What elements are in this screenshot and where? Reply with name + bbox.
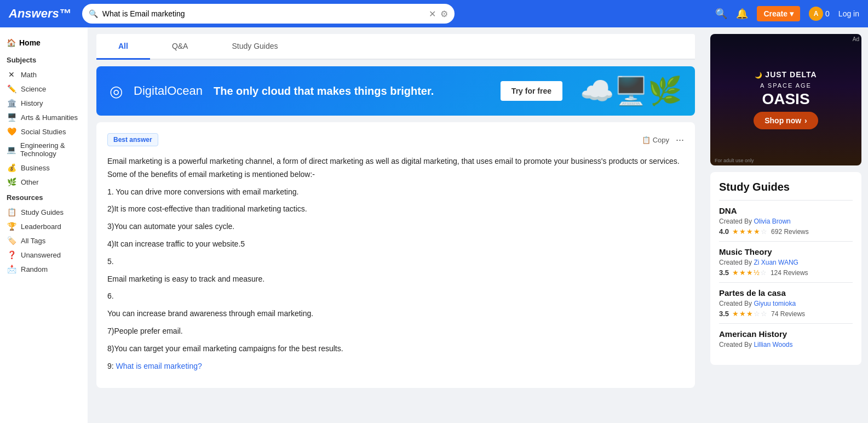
sidebar-item-label: Social Studies <box>21 128 66 136</box>
arrow-right-icon: › <box>804 116 807 125</box>
rating-number: 3.5 <box>719 268 729 277</box>
answer-para-5: 4)It can increase traffic to your websit… <box>107 238 684 251</box>
sidebar-item-unanswered[interactable]: ❓ Unanswered <box>7 248 81 262</box>
leaderboard-icon: 🏆 <box>7 222 16 231</box>
ad-decoration: ☁️🖥️🌿 <box>580 75 682 107</box>
random-icon: 📩 <box>7 265 16 273</box>
sidebar-item-history[interactable]: 🏛️ History <box>7 96 81 110</box>
math-icon: ✕ <box>7 70 16 79</box>
rating-number: 3.5 <box>719 310 729 318</box>
coins-area[interactable]: A 0 <box>809 7 830 21</box>
home-icon: 🏠 <box>7 38 16 47</box>
ad-disclaimer: For adult use only <box>715 158 754 163</box>
subjects-section-title: Subjects <box>7 56 81 64</box>
notification-bell-icon[interactable]: 🔔 <box>736 8 748 20</box>
sidebar-item-social-studies[interactable]: 🧡 Social Studies <box>7 124 81 139</box>
sidebar-home-label: Home <box>19 38 41 47</box>
copy-icon: 📋 <box>642 136 651 144</box>
tab-qa[interactable]: Q&A <box>150 34 210 60</box>
copy-button[interactable]: 📋 Copy <box>642 136 669 144</box>
ad-right-tagline: A SPACE AGE <box>760 82 812 89</box>
more-options-button[interactable]: ··· <box>676 134 684 146</box>
ad-right-headline: OASIS <box>762 91 809 108</box>
layout: 🏠 Home Subjects ✕ Math ✏️ Science 🏛️ His… <box>0 27 868 423</box>
study-guide-american-history: American History Created By Lillian Wood… <box>719 323 853 356</box>
answer-card-header: Best answer 📋 Copy ··· <box>107 133 684 146</box>
study-guide-creator: Created By Olivia Brown <box>719 218 853 225</box>
study-guide-author-link[interactable]: Lillian Woods <box>754 341 792 348</box>
ad-label: Ad <box>853 36 859 42</box>
all-tags-icon: 🏷️ <box>7 236 16 245</box>
answer-para-10: 7)People prefer email. <box>107 325 684 338</box>
sidebar-item-math[interactable]: ✕ Math <box>7 67 81 82</box>
sidebar-item-business[interactable]: 💰 Business <box>7 161 81 175</box>
ad-right-brand: 🌙 JUST DELTA <box>755 70 817 81</box>
ad-shop-button[interactable]: Shop now › <box>754 112 818 129</box>
study-guide-creator: Created By Zi Xuan WANG <box>719 259 853 266</box>
sidebar-item-science[interactable]: ✏️ Science <box>7 82 81 96</box>
study-guide-name[interactable]: Partes de la casa <box>719 288 853 298</box>
engineering-icon: 💻 <box>7 145 16 154</box>
answer-link[interactable]: What is email marketing? <box>116 362 202 370</box>
login-link[interactable]: Log in <box>838 9 859 18</box>
answer-card: Best answer 📋 Copy ··· Email marketing i… <box>96 122 695 388</box>
sidebar-item-label: Random <box>21 265 48 273</box>
answer-para-9: You can increase brand awareness through… <box>107 307 684 321</box>
sidebar-item-label: Unanswered <box>21 251 61 259</box>
sidebar-item-label: Business <box>21 164 50 172</box>
science-icon: ✏️ <box>7 84 16 93</box>
answer-para-12: 9: What is email marketing? <box>107 360 684 373</box>
sidebar-item-label: Other <box>21 178 39 186</box>
clear-search-button[interactable]: ✕ <box>429 9 436 19</box>
study-guide-author-link[interactable]: Zi Xuan WANG <box>754 259 798 266</box>
study-guide-author-link[interactable]: Olivia Brown <box>754 218 790 225</box>
study-guide-dna: DNA Created By Olivia Brown 4.0 ★★★★☆ 69… <box>719 200 853 241</box>
study-guide-partes: Partes de la casa Created By Giyuu tomio… <box>719 282 853 323</box>
sidebar-item-leaderboard[interactable]: 🏆 Leaderboard <box>7 219 81 233</box>
sidebar-item-home[interactable]: 🏠 Home <box>7 36 81 52</box>
search-bar: 🔍 ✕ ⚙ <box>82 4 455 24</box>
answer-para-8: 6. <box>107 290 684 303</box>
study-guide-creator: Created By Giyuu tomioka <box>719 300 853 307</box>
tab-all[interactable]: All <box>96 34 150 60</box>
tab-study-guides[interactable]: Study Guides <box>210 34 300 60</box>
sidebar-item-label: Study Guides <box>21 208 64 216</box>
sidebar-item-arts[interactable]: 🖥️ Arts & Humanities <box>7 110 81 124</box>
ad-brand-name: JUST DELTA <box>765 70 817 79</box>
sidebar-item-engineering[interactable]: 💻 Engineering & Technology <box>7 139 81 161</box>
study-guide-rating: 3.5 ★★★½☆ 124 Reviews <box>719 268 853 277</box>
answer-para-6: 5. <box>107 255 684 268</box>
sidebar-item-label: Math <box>21 71 37 79</box>
resources-section-title: Resources <box>7 193 81 202</box>
business-icon: 💰 <box>7 163 16 172</box>
ad-logo: DigitalOcean <box>134 84 203 98</box>
review-count: 124 Reviews <box>771 269 808 277</box>
study-guide-name[interactable]: Music Theory <box>719 247 853 256</box>
sidebar-item-all-tags[interactable]: 🏷️ All Tags <box>7 233 81 248</box>
study-guide-name[interactable]: American History <box>719 329 853 339</box>
sidebar-item-random[interactable]: 📩 Random <box>7 262 81 276</box>
filter-icon[interactable]: ⚙ <box>440 9 448 19</box>
stars: ★★★★☆ <box>732 227 768 236</box>
coins-count: 0 <box>825 9 830 18</box>
ad-shop-label: Shop now <box>764 116 801 125</box>
digitalocean-logo-icon: ◎ <box>110 82 123 100</box>
study-guide-creator: Created By Lillian Woods <box>719 341 853 348</box>
sidebar-item-label: Leaderboard <box>21 222 61 231</box>
sidebar-item-study-guides[interactable]: 📋 Study Guides <box>7 205 81 219</box>
header: Answers™ 🔍 ✕ ⚙ 🔍 🔔 Create ▾ A 0 Log in <box>0 0 868 27</box>
study-guide-music-theory: Music Theory Created By Zi Xuan WANG 3.5… <box>719 241 853 282</box>
ad-banner: ◎ DigitalOcean The only cloud that makes… <box>96 66 695 116</box>
rating-number: 4.0 <box>719 227 729 236</box>
create-button[interactable]: Create ▾ <box>757 6 800 21</box>
study-guide-name[interactable]: DNA <box>719 206 853 215</box>
header-search-icon[interactable]: 🔍 <box>715 8 727 20</box>
answer-para-2: 1. You can drive more conversions with e… <box>107 186 684 199</box>
header-right: 🔍 🔔 Create ▾ A 0 Log in <box>715 6 859 21</box>
search-input[interactable] <box>102 9 424 18</box>
sidebar-item-other[interactable]: 🌿 Other <box>7 175 81 189</box>
ad-cta-button[interactable]: Try for free <box>501 81 562 101</box>
study-guides-panel-title: Study Guides <box>719 181 853 193</box>
study-guide-author-link[interactable]: Giyuu tomioka <box>754 300 796 307</box>
answer-para-4: 3)You can automate your sales cycle. <box>107 220 684 233</box>
